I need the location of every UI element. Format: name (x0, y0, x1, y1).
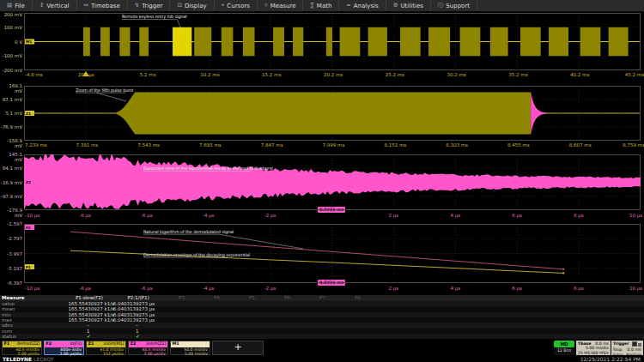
y-axis-label: -5.197 (0, 266, 22, 271)
descriptor-f2[interactable]: F2ln(F1)600e-3/div2.00 µs/div (44, 341, 84, 355)
y-axis-label: -1.597 (0, 221, 22, 226)
measure-cell: 1 (87, 329, 90, 334)
x-axis-label: -6 µs (141, 286, 153, 292)
param-header-5[interactable]: P5: . . . (249, 295, 265, 300)
menu-measure[interactable]: ⌗Measure (258, 0, 303, 11)
row-label: value (2, 301, 15, 306)
y-axis-label: 87.1 mV (0, 97, 22, 102)
measure-cell: – (87, 323, 89, 328)
trigger-icon: ↯ (135, 0, 139, 11)
menu-analysis[interactable]: ≈Analysis (339, 0, 386, 11)
x-axis-label: 15.2 ms (262, 72, 281, 78)
x-axis-label: 8.455 ms (507, 142, 530, 148)
x-axis-label: -4 µs (203, 213, 215, 219)
measure-cell: 6.0403139273 µs (94, 306, 155, 311)
y-axis-label: -200 mV (0, 68, 22, 73)
z2-exponential-decay-plot[interactable]: Z2Expanded view of the exponential decay… (24, 154, 641, 210)
trace-offset-marker-f1[interactable]: F1 (25, 264, 34, 269)
trace-id: F2 (46, 341, 52, 347)
measure-title: Measure (2, 295, 25, 300)
trace-source: ln(F1) (70, 341, 82, 347)
svg-text:F2: F2 (26, 226, 31, 230)
trace-offset-marker-f2[interactable]: F2 (25, 225, 34, 230)
menu-label: Analysis (354, 3, 379, 9)
param-header-6[interactable]: P6: . . . (284, 295, 301, 300)
timebase-icon: ↔ (84, 0, 88, 11)
y-axis-label: 100 mV (0, 25, 22, 30)
svg-text:Z1: Z1 (26, 112, 31, 116)
x-axis-label: 7.847 ms (261, 142, 283, 148)
hd-mode-indicator[interactable]: HD12 Bits (554, 341, 574, 355)
menu-timebase[interactable]: ↔Timebase (77, 0, 128, 11)
x-axis-label: -6 µs (141, 213, 153, 219)
x-axis-label: -8 µs (79, 213, 91, 219)
param-header-8[interactable]: P8: . . . (355, 295, 371, 300)
svg-text:M1: M1 (26, 39, 32, 44)
param-header-7[interactable]: P7: . . . (319, 295, 336, 300)
descriptor-m1[interactable]: M150.0 mV/div5.00 ms/div (170, 341, 210, 355)
menu-cursors[interactable]: ⌖Cursors (215, 0, 258, 11)
trigger-time-marker[interactable] (82, 71, 89, 76)
menu-label: Display (185, 3, 207, 9)
menu-math[interactable]: ∑Math (303, 0, 339, 11)
x-axis-label: 8.303 ms (446, 142, 468, 148)
x-axis-label: 7.239 ms (25, 142, 47, 148)
param-header-1[interactable]: P1:slew(F2) (64, 295, 115, 300)
x-axis-label: 5.2 ms (140, 72, 156, 78)
m1-keyless-fob-signal-plot[interactable]: M1Remote keyless entry fob signal (24, 13, 641, 70)
menu-display[interactable]: ⊡Display (170, 0, 214, 11)
hd-badge: HD (554, 341, 574, 347)
param-header-3[interactable]: P3: . . . (179, 295, 195, 300)
x-axis-label: -2 µs (264, 213, 276, 219)
menu-label: File (15, 3, 25, 9)
trigger-icons (632, 341, 641, 347)
descriptor-f1[interactable]: F1demod(Z2)40.5 mV/div2.00 µs/div (2, 341, 42, 355)
measure-cell: 6.0403139273 µs (94, 317, 155, 323)
adc-bits: 12 Bits (554, 347, 574, 354)
display-icon: ⊡ (177, 0, 181, 11)
menu-label: Math (317, 3, 332, 9)
menu-trigger[interactable]: ↯Trigger (128, 0, 171, 11)
add-trace-button[interactable]: + (212, 341, 264, 355)
menu-file[interactable]: ▤File (0, 0, 33, 11)
descriptor-z2[interactable]: Z2zoom(Z1)40.5 mV/div2.00 µs/div (128, 341, 168, 355)
footer: TELEDYNE LECROY 12/25/2021 2:22:54 PM (0, 355, 644, 362)
trigger-coupling-icon (638, 343, 641, 347)
x-axis-label: 20.2 ms (324, 72, 343, 78)
x-axis-label: 2 µs (389, 213, 399, 219)
y-axis-label: -76.9 mV (0, 124, 22, 130)
x-axis-label: 8.151 ms (384, 142, 406, 148)
x-axis-label: -2 µs (264, 286, 276, 292)
param-header-2[interactable]: P2:1/(P1) (112, 295, 164, 300)
y-axis-label: -2.797 (0, 236, 22, 241)
row-label: status (2, 334, 16, 339)
trace-offset-marker-z1[interactable]: Z1 (25, 111, 34, 116)
annotation-label: Zoom of the fifth pulse burst (76, 87, 134, 94)
menu-label: Timebase (91, 3, 120, 9)
param-header-4[interactable]: P4: . . . (214, 295, 230, 300)
log-decay-lines-plot[interactable]: F2F1Natural logarithm of the demodulated… (24, 224, 641, 283)
menu-support[interactable]: ⓘSupport (431, 0, 477, 11)
x-axis-label: 7.695 ms (199, 142, 222, 148)
trace-source: zoom(Z1) (146, 341, 166, 347)
support-icon: ⓘ (438, 0, 444, 11)
brand-secondary: LECROY (33, 356, 54, 362)
menu-label: Support (446, 3, 470, 9)
x-axis-label: 8 µs (574, 286, 584, 292)
utilities-icon: ⚙ (393, 0, 398, 11)
svg-text:Z2: Z2 (26, 180, 31, 184)
trigger-summary[interactable]: TriggerStop0.0 mVEdgePositive (611, 341, 643, 355)
trace-offset-marker-z2[interactable]: Z2 (25, 179, 34, 184)
timebase-summary[interactable]: Tbase0.0 ms5.00 ms/div25 MS500 MS/s (576, 341, 611, 355)
x-axis-label: 10 µs (629, 286, 642, 292)
menu-vertical[interactable]: ↕Vertical (33, 0, 77, 11)
menu-label: Cursors (227, 3, 250, 9)
descriptor-z1[interactable]: Z1zoom(M1)41.0 mV/div152 µs/div (86, 341, 126, 355)
y-axis-label: -100 mV (0, 53, 22, 58)
z1-zoom-fifth-burst-plot[interactable]: Z1Zoom of the fifth pulse burst (24, 86, 641, 141)
trace-source: demod(Z2) (17, 341, 40, 347)
trace-offset-marker-m1[interactable]: M1 (25, 39, 34, 45)
measure-cell: 6.0403139273 µs (94, 312, 155, 317)
descriptor-title: Z1zoom(M1) (87, 341, 125, 347)
menu-utilities[interactable]: ⚙Utilities (386, 0, 431, 11)
